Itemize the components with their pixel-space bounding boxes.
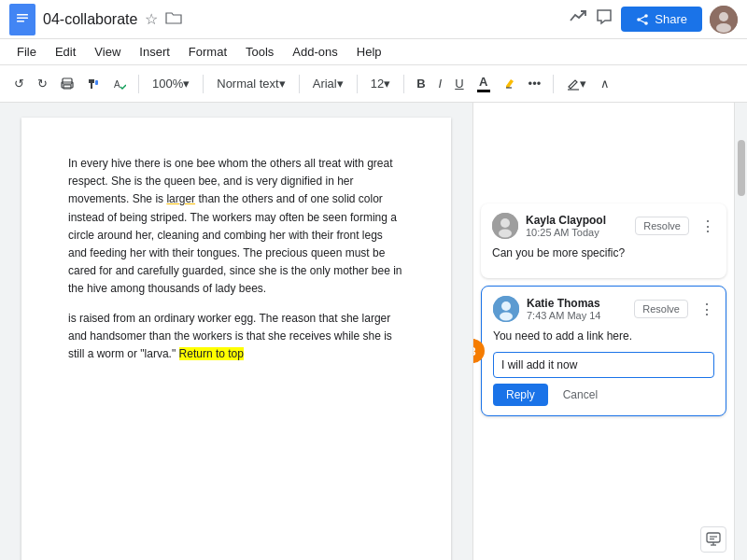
svg-point-21 — [499, 230, 512, 238]
comment-header-1: Kayla Claypool 10:25 AM Today Resolve ⋮ — [492, 213, 715, 239]
comment-card-2: Katie Thomas 7:43 AM May 14 Resolve ⋮ Yo… — [481, 286, 726, 416]
doc-icon — [9, 4, 35, 35]
print-button[interactable] — [56, 75, 78, 93]
svg-rect-3 — [17, 21, 24, 22]
return-to-top: Return to top — [179, 347, 244, 360]
comment-meta-2: Katie Thomas 7:43 AM May 14 — [527, 297, 627, 321]
comment-text-1: Can you be more specific? — [492, 245, 715, 261]
comment-time-1: 10:25 AM Today — [526, 227, 627, 238]
toolbar: ↺ ↻ A 100% ▾ Normal text ▾ Arial ▾ 12 ▾ … — [0, 65, 747, 103]
separator3 — [299, 75, 300, 93]
title-bar: 04-collaborate ☆ Share — [0, 0, 747, 39]
comment-icon-header[interactable] — [595, 7, 613, 31]
add-comment-button[interactable] — [700, 526, 726, 553]
bold-button[interactable]: B — [412, 74, 430, 93]
resolve-button-1[interactable]: Resolve — [635, 217, 689, 235]
reply-input[interactable] — [493, 352, 714, 378]
more-options-icon-1[interactable]: ⋮ — [700, 217, 715, 235]
text-color-button[interactable]: A — [472, 72, 495, 95]
svg-point-20 — [500, 218, 510, 228]
more-button[interactable]: ••• — [524, 74, 546, 93]
menu-help[interactable]: Help — [349, 42, 389, 62]
menu-insert[interactable]: Insert — [132, 42, 177, 62]
zoom-chevron-icon: ▾ — [183, 77, 190, 91]
doc-page: In every hive there is one bee whom the … — [21, 118, 451, 560]
menu-edit[interactable]: Edit — [48, 42, 83, 62]
zoom-dropdown[interactable]: 100% ▾ — [147, 75, 195, 92]
paragraph-1: In every hive there is one bee whom the … — [68, 155, 404, 299]
collapse-button[interactable]: ∧ — [596, 74, 614, 93]
svg-text:A: A — [114, 79, 120, 90]
menu-view[interactable]: View — [87, 42, 128, 62]
doc-title: 04-collaborate — [43, 11, 137, 28]
cancel-button[interactable]: Cancel — [556, 384, 605, 406]
separator4 — [357, 75, 358, 93]
svg-rect-25 — [707, 533, 720, 542]
svg-line-8 — [639, 20, 646, 23]
redo-button[interactable]: ↻ — [33, 74, 52, 93]
folder-icon[interactable] — [165, 11, 182, 28]
svg-point-23 — [501, 301, 511, 311]
svg-point-11 — [716, 23, 731, 33]
edit-chevron-icon: ▾ — [580, 77, 586, 91]
svg-rect-12 — [63, 78, 72, 84]
comment-author-2: Katie Thomas — [527, 297, 627, 310]
comment-time-2: 7:43 AM May 14 — [527, 310, 627, 321]
scroll-thumb[interactable] — [738, 140, 745, 196]
underlined-word: larger — [166, 192, 195, 205]
highlight-button[interactable] — [499, 75, 520, 92]
comment-card-1: Kayla Claypool 10:25 AM Today Resolve ⋮ … — [481, 203, 726, 278]
svg-rect-2 — [17, 17, 28, 19]
scrollbar[interactable] — [734, 103, 747, 560]
svg-rect-1 — [17, 14, 28, 16]
separator1 — [138, 75, 139, 93]
paint-format-button[interactable] — [82, 75, 105, 93]
svg-rect-15 — [95, 80, 98, 85]
menu-format[interactable]: Format — [181, 42, 234, 62]
trending-icon[interactable] — [569, 7, 587, 31]
italic-button[interactable]: I — [434, 74, 447, 93]
main-content: In every hive there is one bee whom the … — [0, 103, 747, 560]
reply-area: Reply Cancel — [493, 352, 714, 406]
separator6 — [553, 75, 554, 93]
size-chevron-icon: ▾ — [384, 77, 390, 91]
svg-line-7 — [639, 16, 646, 20]
svg-rect-14 — [63, 85, 71, 89]
edit-dropdown[interactable]: ▾ — [561, 75, 592, 92]
paragraph-2: is raised from an ordinary worker egg. T… — [68, 310, 404, 364]
comment-avatar-2 — [493, 296, 519, 322]
reply-button[interactable]: Reply — [493, 384, 548, 406]
menu-file[interactable]: File — [9, 42, 44, 62]
document-area[interactable]: In every hive there is one bee whom the … — [0, 103, 472, 560]
spellcheck-button[interactable]: A — [108, 75, 131, 93]
menu-addons[interactable]: Add-ons — [285, 42, 345, 62]
svg-rect-0 — [14, 9, 31, 30]
comments-panel: Kayla Claypool 10:25 AM Today Resolve ⋮ … — [472, 103, 734, 560]
comment-meta-1: Kayla Claypool 10:25 AM Today — [526, 214, 627, 238]
star-icon[interactable]: ☆ — [145, 10, 158, 28]
comment-avatar-1 — [492, 213, 518, 239]
svg-point-10 — [719, 12, 728, 21]
more-options-icon-2[interactable]: ⋮ — [699, 301, 714, 318]
comment-wrapper-2: 3 Katie Thomas 7:43 AM May 14 Resolve ⋮ … — [473, 286, 734, 416]
reply-buttons: Reply Cancel — [493, 384, 714, 406]
svg-point-24 — [500, 313, 513, 321]
style-dropdown[interactable]: Normal text ▾ — [211, 75, 290, 92]
font-chevron-icon: ▾ — [337, 77, 344, 91]
share-button[interactable]: Share — [621, 7, 702, 32]
resolve-button-2[interactable]: Resolve — [634, 300, 688, 318]
font-dropdown[interactable]: Arial ▾ — [307, 75, 349, 92]
comment-author-1: Kayla Claypool — [526, 214, 627, 227]
menu-bar: File Edit View Insert Format Tools Add-o… — [0, 39, 747, 65]
comment-text-2: You need to add a link here. — [493, 328, 714, 344]
size-dropdown[interactable]: 12 ▾ — [365, 75, 396, 92]
menu-tools[interactable]: Tools — [238, 42, 281, 62]
separator5 — [403, 75, 404, 93]
separator2 — [203, 75, 204, 93]
undo-button[interactable]: ↺ — [9, 74, 29, 93]
avatar — [710, 6, 738, 34]
underline-button[interactable]: U — [450, 74, 468, 93]
comment-header-2: Katie Thomas 7:43 AM May 14 Resolve ⋮ — [493, 296, 714, 322]
style-chevron-icon: ▾ — [279, 77, 286, 91]
